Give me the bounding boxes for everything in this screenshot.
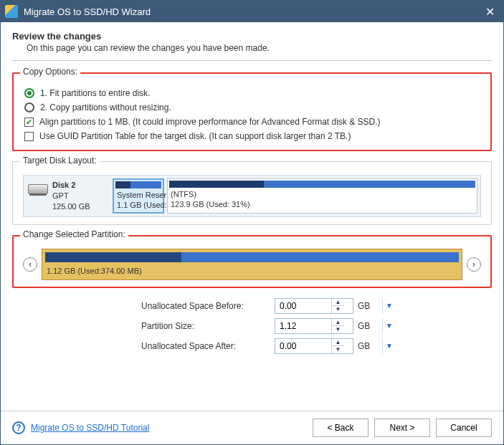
page-title: Review the changes xyxy=(12,31,492,42)
checkbox-icon xyxy=(24,132,34,141)
app-icon xyxy=(5,5,18,18)
size-unit: GB xyxy=(358,341,378,351)
size-input[interactable] xyxy=(275,319,331,333)
checkbox-label: Use GUID Partition Table for the target … xyxy=(39,131,351,141)
size-grid: Unallocated Space Before:▲▼GB▼Partition … xyxy=(141,298,492,354)
partition-container: System Reser1.1 GB (Used:(NTFS)123.9 GB … xyxy=(113,178,477,214)
disk-icon xyxy=(28,184,48,194)
next-partition-button[interactable]: › xyxy=(467,257,481,272)
copy-options-group: Copy Options: 1. Fit partitions to entir… xyxy=(12,72,492,151)
checkbox-align-partitions[interactable]: ✔ Align partitions to 1 MB. (It could im… xyxy=(23,115,481,129)
prev-partition-button[interactable]: ‹ xyxy=(23,257,37,272)
disk-layout: Disk 2 GPT 125.00 GB System Reser1.1 GB … xyxy=(23,175,481,217)
size-label: Unallocated Space After: xyxy=(141,341,270,351)
partition-label: (NTFS) xyxy=(168,189,477,199)
size-label: Partition Size: xyxy=(141,321,270,331)
partition-used xyxy=(115,181,130,188)
partition-used xyxy=(169,181,264,188)
checkbox-icon: ✔ xyxy=(24,118,34,127)
tutorial-link[interactable]: Migrate OS to SSD/HD Tutorial xyxy=(31,423,149,433)
partition-usage-bar xyxy=(45,252,459,262)
footer: ? Migrate OS to SSD/HD Tutorial < Back N… xyxy=(1,411,503,444)
next-button[interactable]: Next > xyxy=(374,418,430,437)
partition-label: System Reser xyxy=(114,190,163,200)
partition-used-segment xyxy=(45,252,181,262)
disk-info: Disk 2 GPT 125.00 GB xyxy=(27,178,105,214)
partition-box[interactable]: System Reser1.1 GB (Used: xyxy=(113,178,164,214)
spinner-down-icon[interactable]: ▼ xyxy=(332,326,344,333)
size-unit: GB xyxy=(358,321,378,331)
partition-sublabel: 1.1 GB (Used: xyxy=(114,200,163,210)
radio-label: 1. Fit partitions to entire disk. xyxy=(40,88,150,98)
partition-bar xyxy=(169,181,475,188)
window-title: Migrate OS to SSD/HD Wizard xyxy=(24,6,481,17)
unit-dropdown-icon[interactable]: ▼ xyxy=(382,338,399,354)
selected-partition-box[interactable]: 1.12 GB (Used:374.00 MB) xyxy=(42,249,462,280)
spinner-arrows[interactable]: ▲▼ xyxy=(331,299,344,313)
spinner-arrows[interactable]: ▲▼ xyxy=(331,339,344,353)
disk-size: 125.00 GB xyxy=(52,201,90,212)
partition-box[interactable]: (NTFS)123.9 GB (Used: 31%) xyxy=(167,178,477,214)
size-spinner[interactable]: ▲▼ xyxy=(275,298,353,314)
checkbox-label: Align partitions to 1 MB. (It could impr… xyxy=(39,117,381,127)
content-area: Review the changes On this page you can … xyxy=(1,22,503,411)
page-subtitle: On this page you can review the changes … xyxy=(27,43,492,53)
back-button[interactable]: < Back xyxy=(313,418,369,437)
radio-label: 2. Copy partitions without resizing. xyxy=(40,102,171,113)
target-disk-layout-group: Target Disk Layout: Disk 2 GPT 125.00 GB… xyxy=(12,161,492,225)
spinner-arrows[interactable]: ▲▼ xyxy=(331,319,344,333)
change-selected-partition-group: Change Selected Partition: ‹ 1.12 GB (Us… xyxy=(12,235,492,288)
divider xyxy=(12,60,492,61)
change-partition-row: ‹ 1.12 GB (Used:374.00 MB) › xyxy=(23,249,481,280)
target-layout-legend: Target Disk Layout: xyxy=(20,155,100,166)
disk-name: Disk 2 xyxy=(52,180,90,191)
copy-options-legend: Copy Options: xyxy=(20,67,80,77)
radio-copy-without-resize[interactable]: 2. Copy partitions without resizing. xyxy=(23,100,481,115)
size-spinner[interactable]: ▲▼ xyxy=(275,318,353,334)
radio-icon xyxy=(24,102,34,113)
unit-dropdown-icon[interactable]: ▼ xyxy=(382,298,399,314)
size-input[interactable] xyxy=(275,339,331,353)
radio-icon xyxy=(24,88,34,98)
selected-partition-label: 1.12 GB (Used:374.00 MB) xyxy=(45,267,459,275)
spinner-down-icon[interactable]: ▼ xyxy=(332,346,344,353)
unit-dropdown-icon[interactable]: ▼ xyxy=(382,318,399,334)
checkbox-guid-partition[interactable]: Use GUID Partition Table for the target … xyxy=(23,129,481,143)
help-icon[interactable]: ? xyxy=(12,421,25,434)
cancel-button[interactable]: Cancel xyxy=(436,418,492,437)
disk-text: Disk 2 GPT 125.00 GB xyxy=(52,180,90,212)
change-partition-legend: Change Selected Partition: xyxy=(20,229,128,239)
partition-bar xyxy=(115,181,161,188)
spinner-up-icon[interactable]: ▲ xyxy=(332,339,344,347)
spinner-up-icon[interactable]: ▲ xyxy=(332,319,344,327)
disk-type: GPT xyxy=(52,191,90,201)
size-input[interactable] xyxy=(275,299,331,313)
radio-fit-partitions[interactable]: 1. Fit partitions to entire disk. xyxy=(23,86,481,100)
partition-sublabel: 123.9 GB (Used: 31%) xyxy=(168,199,477,209)
close-icon[interactable]: ✕ xyxy=(481,4,499,20)
title-bar: Migrate OS to SSD/HD Wizard ✕ xyxy=(1,1,503,22)
spinner-down-icon[interactable]: ▼ xyxy=(332,306,344,313)
spinner-up-icon[interactable]: ▲ xyxy=(332,299,344,307)
size-spinner[interactable]: ▲▼ xyxy=(275,338,353,354)
size-label: Unallocated Space Before: xyxy=(141,301,270,311)
size-unit: GB xyxy=(358,301,378,311)
